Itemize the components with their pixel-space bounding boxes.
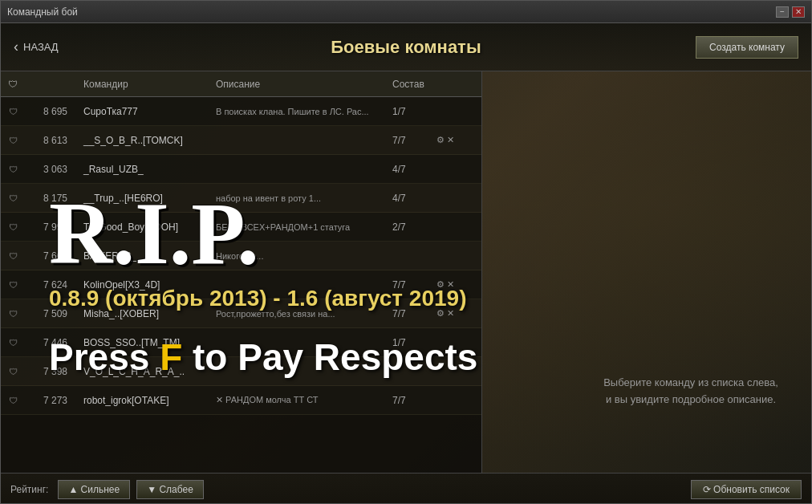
table-row[interactable]: 🛡 8 175 __Trup_..[HE6RO] набор на ивент …	[1, 184, 481, 213]
table-row[interactable]: 🛡 3 063 _Rasul_UZB_ 4/7	[1, 155, 481, 184]
table-row[interactable]: 🛡 7 668 BAIKER_R_ Никого не...	[1, 242, 481, 270]
table-row[interactable]: 🛡 7 997 To_Good_Boy[POOH] БЕРУ ВСЕХ+РАНД…	[1, 213, 481, 242]
bottom-bar: Рейтинг: ▲ Сильнее ▼ Слабее ⟳ Обновить с…	[1, 473, 811, 504]
row-comp: 2/7	[386, 222, 430, 233]
row-rank: 7 997	[25, 222, 77, 233]
table-row[interactable]: 🛡 7 398 V_O_L_C_H_A_R_A_..	[1, 357, 481, 386]
row-desc: ✕ РАНДОМ молча ТТ СТ	[209, 395, 386, 405]
row-desc: В поисках клана. Пишите в ЛС. Рас...	[209, 107, 386, 116]
row-icon: 🛡	[1, 193, 25, 203]
minimize-button[interactable]: −	[776, 6, 789, 18]
col-composition: Состав	[386, 79, 450, 90]
back-button[interactable]: НАЗАД	[14, 39, 59, 55]
row-comp: 1/7	[386, 337, 430, 348]
row-comp: 7/7	[386, 308, 430, 319]
row-rank: 7 668	[25, 250, 77, 262]
table-row[interactable]: 🛡 8 695 CuроТка777 В поисках клана. Пиши…	[1, 97, 481, 126]
row-rank: 7 273	[25, 395, 77, 406]
row-icon: 🛡	[1, 222, 25, 232]
create-room-button[interactable]: Создать комнату	[696, 36, 798, 59]
row-commander: __Trup_..[HE6RO]	[77, 193, 209, 204]
row-actions: ⚙ ✕	[430, 308, 478, 319]
row-commander: KolinOpel[X3_4D]	[77, 279, 209, 291]
row-comp: 1/7	[386, 106, 430, 117]
row-comp: 7/7	[386, 279, 430, 291]
table-row[interactable]: 🛡 7 624 KolinOpel[X3_4D] 7/7 ⚙ ✕	[1, 270, 481, 299]
refresh-button[interactable]: ⟳ Обновить список	[691, 480, 802, 499]
row-rank: 8 613	[25, 135, 77, 146]
stronger-button[interactable]: ▲ Сильнее	[58, 480, 130, 499]
right-panel: Выберите команду из списка слева, и вы у…	[482, 71, 811, 473]
window-title: Командный бой	[7, 6, 78, 18]
row-commander: CuроТка777	[77, 106, 209, 117]
row-icon: 🛡	[1, 165, 25, 174]
row-rank: 7 446	[25, 337, 77, 348]
row-rank: 8 695	[25, 106, 77, 117]
row-rank: 7 398	[25, 366, 77, 377]
row-commander: _Rasul_UZB_	[77, 164, 209, 175]
window-controls: − ✕	[776, 6, 805, 18]
row-actions: ⚙ ✕	[430, 279, 478, 290]
table-body: 🛡 8 695 CuроТка777 В поисках клана. Пиши…	[1, 97, 481, 473]
row-rank: 8 175	[25, 193, 77, 204]
row-desc: Никого не...	[209, 251, 386, 261]
rating-label: Рейтинг:	[10, 484, 48, 495]
table-row[interactable]: 🛡 8 613 __S_O_B_R..[TOMCK] 7/7 ⚙ ✕	[1, 126, 481, 155]
content-area: 🛡 Командир Описание Состав 🛡 8 695 CuроТ…	[1, 71, 811, 473]
weaker-button[interactable]: ▼ Слабее	[136, 480, 204, 499]
title-bar: Командный бой − ✕	[1, 1, 811, 23]
row-icon: 🛡	[1, 280, 25, 290]
row-commander: BOSS_SSO..[TM_TM]	[77, 337, 209, 348]
row-icon: 🛡	[1, 367, 25, 376]
row-comp: 4/7	[386, 164, 430, 175]
row-desc: Рост,прожетто,без связи на...	[209, 309, 386, 319]
row-comp: 7/7	[386, 135, 430, 146]
row-comp: 4/7	[386, 193, 430, 204]
row-commander: Misha_..[XOBER]	[77, 308, 209, 319]
col-icon: 🛡	[1, 79, 25, 90]
row-commander: __S_O_B_R..[TOMCK]	[77, 135, 209, 146]
table-row[interactable]: 🛡 7 446 BOSS_SSO..[TM_TM] 1/7	[1, 328, 481, 357]
right-panel-info: Выберите команду из списка слева, и вы у…	[587, 359, 795, 425]
row-actions: ⚙ ✕	[430, 135, 478, 145]
row-icon: 🛡	[1, 136, 25, 145]
row-icon: 🛡	[1, 338, 25, 348]
row-commander: BAIKER_R_	[77, 250, 209, 262]
row-comp: 7/7	[386, 395, 430, 406]
row-desc: БЕРУ ВСЕХ+РАНДОМ+1 статуга	[209, 222, 386, 232]
col-description: Описание	[209, 79, 386, 90]
table-row[interactable]: 🛡 7 509 Misha_..[XOBER] Рост,прожетто,бе…	[1, 299, 481, 328]
row-desc: набор на ивент в роту 1...	[209, 193, 386, 203]
row-commander: V_O_L_C_H_A_R_A_..	[77, 366, 209, 377]
table-row[interactable]: 🛡 7 273 robot_igrok[OTAKE] ✕ РАНДОМ молч…	[1, 386, 481, 415]
row-commander: robot_igrok[OTAKE]	[77, 395, 209, 406]
row-rank: 7 624	[25, 279, 77, 291]
row-rank: 7 509	[25, 308, 77, 319]
col-commander: Командир	[77, 79, 209, 90]
row-icon: 🛡	[1, 396, 25, 405]
page-title: Боевые комнаты	[331, 37, 481, 58]
row-icon: 🛡	[1, 309, 25, 319]
rooms-table-container: 🛡 Командир Описание Состав 🛡 8 695 CuроТ…	[1, 71, 482, 473]
row-icon: 🛡	[1, 107, 25, 116]
row-commander: To_Good_Boy[POOH]	[77, 222, 209, 233]
table-header: 🛡 Командир Описание Состав	[1, 71, 481, 97]
row-icon: 🛡	[1, 251, 25, 261]
close-button[interactable]: ✕	[792, 6, 805, 18]
main-window: Командный бой − ✕ НАЗАД Боевые комнаты С…	[0, 0, 812, 504]
header: НАЗАД Боевые комнаты Создать комнату	[1, 23, 811, 71]
row-rank: 3 063	[25, 164, 77, 175]
